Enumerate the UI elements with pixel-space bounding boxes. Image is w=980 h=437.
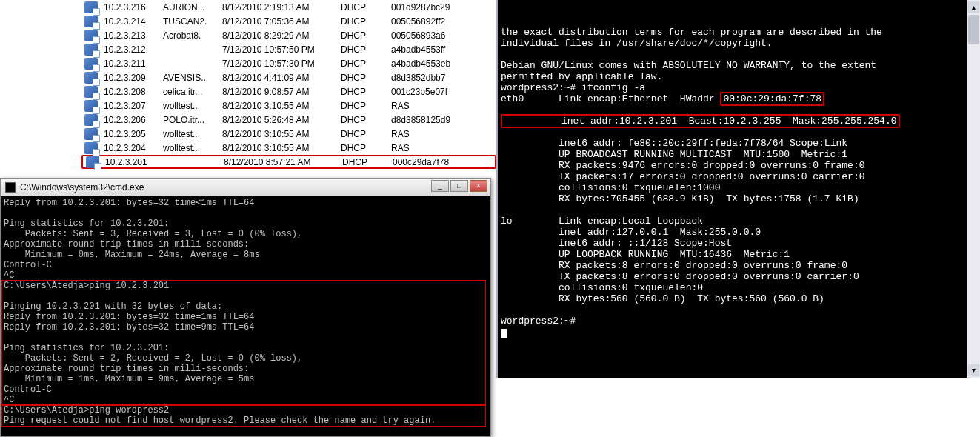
scrollbar[interactable]: ▴ ▾ [967, 0, 980, 378]
cell-type: DHCP [341, 129, 391, 139]
lease-icon [84, 1, 98, 13]
cell-type: DHCP [341, 2, 391, 13]
cell-ip: 10.2.3.201 [105, 157, 164, 167]
cell-mac: 001d9287bc29 [391, 2, 480, 13]
cell-mac: RAS [391, 143, 480, 153]
hwaddr-highlight: 00:0c:29:da:7f:78 [720, 92, 824, 106]
dhcp-row[interactable]: 10.2.3.207wolltest...8/12/2010 3:10:55 A… [81, 99, 496, 113]
cell-mac: a4badb4553ff [391, 44, 480, 55]
cell-name: wolltest... [163, 143, 222, 153]
cell-ts: 8/12/2010 3:10:55 AM [222, 129, 341, 139]
cell-name: AVENSIS... [163, 73, 222, 83]
dhcp-row[interactable]: 10.2.3.209AVENSIS...8/12/2010 4:41:09 AM… [81, 70, 496, 84]
cell-ts: 8/12/2010 3:10:55 AM [222, 101, 341, 111]
cell-ip: 10.2.3.209 [104, 73, 163, 83]
dhcp-row[interactable]: 10.2.3.216AURION...8/12/2010 2:19:13 AMD… [81, 0, 496, 14]
cmd-output[interactable]: Reply from 10.2.3.201: bytes=32 time<1ms… [1, 196, 490, 436]
minimize-button[interactable]: _ [431, 180, 449, 192]
cmd-title-text: C:\Windows\system32\cmd.exe [20, 182, 144, 193]
dhcp-row[interactable]: 10.2.3.208celica.itr...8/12/2010 9:08:57… [81, 84, 496, 99]
lease-icon [84, 58, 98, 70]
cell-mac: d8d3858125d9 [391, 115, 480, 125]
cell-name: POLO.itr... [163, 115, 222, 125]
cell-ts: 8/12/2010 5:26:48 AM [222, 115, 341, 125]
cell-type: DHCP [341, 59, 391, 69]
dhcp-row[interactable]: 10.2.3.2127/12/2010 10:57:50 PMDHCPa4bad… [81, 42, 496, 56]
cmd-icon [5, 182, 16, 193]
cell-name: wolltest... [163, 129, 222, 139]
cell-mac: a4badb4553eb [391, 59, 480, 69]
cell-ts: 7/12/2010 10:57:50 PM [222, 44, 341, 55]
lease-icon [84, 44, 98, 56]
cell-name: Acrobat8. [163, 30, 222, 41]
cell-mac: RAS [391, 101, 480, 111]
cell-ip: 10.2.3.207 [104, 101, 163, 111]
inet-line: inet addr:10.2.3.201 Bcast:10.2.3.255 Ma… [501, 116, 974, 127]
scroll-thumb[interactable] [968, 15, 979, 44]
cell-type: DHCP [341, 101, 391, 111]
lease-icon [84, 16, 98, 27]
cmd-window: C:\Windows\system32\cmd.exe _ □ × Reply … [0, 178, 491, 437]
dhcp-row[interactable]: 10.2.3.2018/12/2010 8:57:21 AMDHCP000c29… [81, 155, 496, 169]
cell-mac: d8d3852dbb7 [391, 73, 480, 83]
highlight-box [1, 280, 486, 406]
cell-ip: 10.2.3.208 [104, 87, 163, 97]
cell-ip: 10.2.3.213 [104, 30, 163, 41]
cell-type: DHCP [341, 16, 391, 27]
cell-ts: 8/12/2010 2:19:13 AM [222, 2, 341, 13]
lease-icon [84, 30, 98, 41]
inet-highlight: inet addr:10.2.3.201 Bcast:10.2.3.255 Ma… [501, 114, 900, 128]
cell-mac: 001c23b5e07f [391, 87, 480, 97]
dhcp-row[interactable]: 10.2.3.204wolltest...8/12/2010 3:10:55 A… [81, 141, 496, 155]
cmd-titlebar[interactable]: C:\Windows\system32\cmd.exe _ □ × [1, 179, 490, 196]
scroll-down-button[interactable]: ▾ [968, 364, 979, 376]
lease-icon [84, 100, 98, 112]
cell-ts: 8/12/2010 7:05:36 AM [222, 16, 341, 27]
cell-ip: 10.2.3.206 [104, 115, 163, 125]
cell-ip: 10.2.3.211 [104, 59, 163, 69]
cell-mac: RAS [391, 129, 480, 139]
dhcp-row[interactable]: 10.2.3.214TUSCAN2.8/12/2010 7:05:36 AMDH… [81, 14, 496, 28]
cell-ip: 10.2.3.212 [104, 44, 163, 55]
cell-name: wolltest... [163, 101, 222, 111]
cell-name: celica.itr... [163, 87, 222, 97]
cell-ip: 10.2.3.216 [104, 2, 163, 13]
lease-icon [84, 86, 98, 98]
dhcp-row[interactable]: 10.2.3.205wolltest...8/12/2010 3:10:55 A… [81, 127, 496, 141]
linux-terminal[interactable]: the exact distribution terms for each pr… [496, 0, 980, 378]
cell-ts: 7/12/2010 10:57:30 PM [222, 59, 341, 69]
cell-mac: 005056892ff2 [391, 16, 480, 27]
dhcp-row[interactable]: 10.2.3.213Acrobat8.8/12/2010 8:29:29 AMD… [81, 28, 496, 42]
lease-icon [84, 128, 98, 140]
terminal-text: the exact distribution terms for each pr… [501, 27, 882, 93]
cell-ip: 10.2.3.214 [104, 16, 163, 27]
scroll-up-button[interactable]: ▴ [968, 1, 979, 13]
cell-type: DHCP [341, 44, 391, 55]
lease-icon [84, 114, 98, 126]
dhcp-leases-list[interactable]: 10.2.3.216AURION...8/12/2010 2:19:13 AMD… [81, 0, 496, 178]
cell-type: DHCP [341, 87, 391, 97]
cell-ip: 10.2.3.205 [104, 129, 163, 139]
cell-ts: 8/12/2010 8:57:21 AM [224, 157, 342, 167]
cursor [501, 329, 507, 338]
cell-ts: 8/12/2010 9:08:57 AM [222, 87, 341, 97]
cell-ts: 8/12/2010 4:41:09 AM [222, 73, 341, 83]
cell-type: DHCP [341, 115, 391, 125]
close-button[interactable]: × [470, 180, 487, 192]
cell-type: DHCP [342, 157, 393, 167]
terminal-text: inet6 addr: fe80::20c:29ff:feda:7f78/64 … [501, 138, 864, 327]
cell-name: TUSCAN2. [163, 16, 222, 27]
maximize-button[interactable]: □ [450, 180, 468, 192]
lease-icon [84, 72, 98, 84]
highlight-box [1, 404, 486, 427]
dhcp-row[interactable]: 10.2.3.206POLO.itr...8/12/2010 5:26:48 A… [81, 113, 496, 127]
eth0-header-line: eth0 Link encap:Ethernet HWaddr 00:0c:29… [501, 93, 974, 104]
cell-ts: 8/12/2010 3:10:55 AM [222, 143, 341, 153]
lease-icon [84, 142, 98, 154]
lease-icon [86, 156, 99, 168]
dhcp-row[interactable]: 10.2.3.2117/12/2010 10:57:30 PMDHCPa4bad… [81, 56, 496, 70]
cell-type: DHCP [341, 30, 391, 41]
cell-mac: 005056893a6 [391, 30, 480, 41]
cell-mac: 000c29da7f78 [393, 157, 481, 167]
cell-ip: 10.2.3.204 [104, 143, 163, 153]
